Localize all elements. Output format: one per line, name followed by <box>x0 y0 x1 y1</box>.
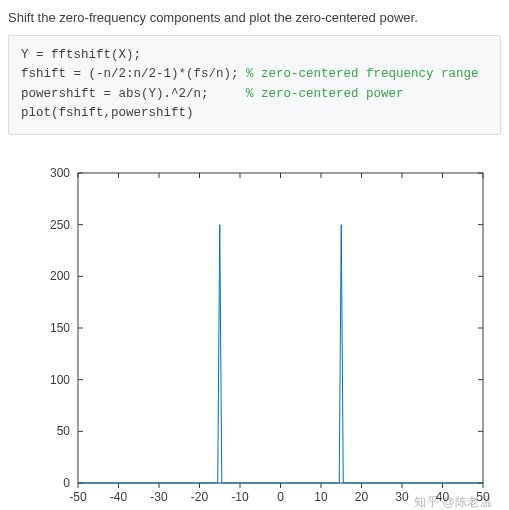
svg-text:100: 100 <box>50 372 70 386</box>
svg-text:300: 300 <box>50 166 70 180</box>
power-spectrum-chart: -50-40-30-20-100102030405005010015020025… <box>8 163 498 511</box>
svg-text:50: 50 <box>57 424 71 438</box>
svg-rect-0 <box>78 173 483 483</box>
svg-text:-50: -50 <box>69 490 87 504</box>
code-block: Y = fftshift(X);fshift = (-n/2:n/2-1)*(f… <box>8 35 501 135</box>
svg-text:30: 30 <box>395 490 409 504</box>
svg-text:-20: -20 <box>191 490 209 504</box>
svg-text:10: 10 <box>314 490 328 504</box>
svg-text:-30: -30 <box>150 490 168 504</box>
svg-text:250: 250 <box>50 217 70 231</box>
svg-text:150: 150 <box>50 321 70 335</box>
svg-text:50: 50 <box>476 490 490 504</box>
svg-text:-40: -40 <box>110 490 128 504</box>
svg-text:200: 200 <box>50 269 70 283</box>
svg-text:40: 40 <box>436 490 450 504</box>
chart-svg: -50-40-30-20-100102030405005010015020025… <box>8 163 498 511</box>
svg-text:0: 0 <box>63 476 70 490</box>
svg-text:-10: -10 <box>231 490 249 504</box>
description-text: Shift the zero-frequency components and … <box>8 10 501 25</box>
svg-text:0: 0 <box>277 490 284 504</box>
svg-text:20: 20 <box>355 490 369 504</box>
